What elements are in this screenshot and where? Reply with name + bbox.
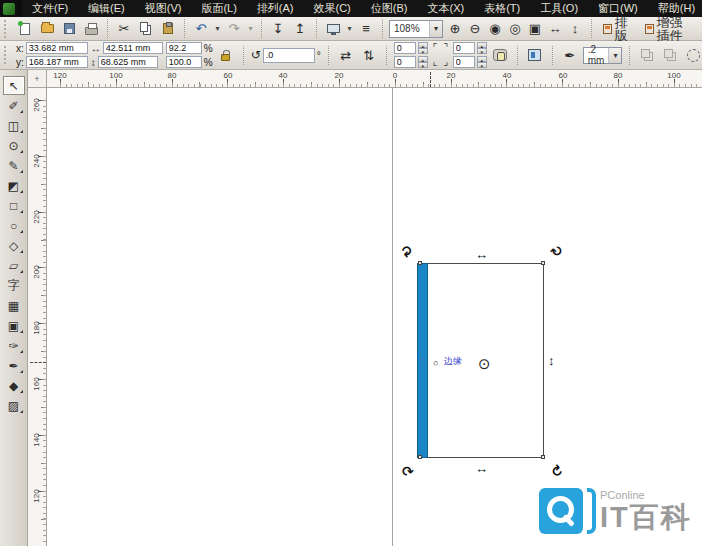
- menu-text[interactable]: 文本(X): [417, 0, 474, 19]
- round-corners-together-button[interactable]: [490, 45, 510, 65]
- zoom-width-button[interactable]: ↔: [545, 19, 565, 39]
- launcher-dropdown[interactable]: ▾: [345, 19, 354, 39]
- shape-tool[interactable]: ✐: [3, 96, 25, 115]
- chevron-down-icon[interactable]: ▾: [608, 48, 621, 63]
- mirror-vertical-button[interactable]: ⇅: [359, 45, 379, 65]
- skew-handle-top[interactable]: ↔: [475, 248, 488, 261]
- blend-tool[interactable]: ▣: [3, 316, 25, 335]
- spin-down-icon[interactable]: ▾: [418, 62, 428, 68]
- lock-ratio-button[interactable]: [216, 45, 236, 65]
- table-tool[interactable]: ▦: [3, 296, 25, 315]
- cut-button[interactable]: ✂: [114, 19, 134, 39]
- enhance-plugin-button[interactable]: 增强插件: [640, 19, 698, 39]
- freehand-tool[interactable]: ✎: [3, 156, 25, 175]
- zoom-page-button[interactable]: ▣: [525, 19, 545, 39]
- crop-tool[interactable]: ◫: [3, 116, 25, 135]
- corner-bl-input[interactable]: [394, 56, 416, 68]
- to-back-button[interactable]: [660, 45, 680, 65]
- polygon-tool[interactable]: ◇: [3, 236, 25, 255]
- corner-br-spinner[interactable]: ▴▾: [477, 56, 487, 68]
- spin-down-icon[interactable]: ▾: [418, 48, 428, 54]
- print-button[interactable]: [81, 19, 101, 39]
- layout-plugin-button[interactable]: 排版: [598, 19, 638, 39]
- spin-down-icon[interactable]: ▾: [477, 62, 487, 68]
- toolbar-grip[interactable]: [4, 46, 9, 64]
- y-position-input[interactable]: [26, 56, 88, 68]
- menu-effects[interactable]: 效果(C): [304, 0, 361, 19]
- outline-width-combo[interactable]: .2 mm ▾: [583, 47, 623, 64]
- outline-pen-button[interactable]: ✒: [560, 45, 580, 65]
- corner-node[interactable]: [541, 261, 545, 265]
- ellipse-tool[interactable]: ○: [3, 216, 25, 235]
- text-tool[interactable]: 字: [3, 276, 25, 295]
- options-button[interactable]: ≡: [356, 19, 376, 39]
- horizontal-ruler[interactable]: 12010080604020020406080100: [47, 70, 702, 88]
- save-button[interactable]: [59, 19, 79, 39]
- paste-button[interactable]: [158, 19, 178, 39]
- scale-h-input[interactable]: [166, 42, 202, 54]
- corner-bl-spinner[interactable]: ▴▾: [418, 56, 428, 68]
- rotation-pivot[interactable]: ⊙: [478, 356, 491, 371]
- menu-tools[interactable]: 工具(O): [530, 0, 588, 19]
- mirror-horizontal-button[interactable]: ⇄: [336, 45, 356, 65]
- rotate-handle-top-left[interactable]: ↻: [398, 242, 416, 260]
- menu-arrange[interactable]: 排列(A): [247, 0, 304, 19]
- menu-bitmaps[interactable]: 位图(B): [361, 0, 418, 19]
- x-position-input[interactable]: [26, 42, 88, 54]
- zoom-selected-button[interactable]: ◉: [485, 19, 505, 39]
- object-height-input[interactable]: [98, 56, 158, 68]
- interactive-fill-tool[interactable]: ▨: [3, 396, 25, 415]
- wrap-text-button[interactable]: [525, 45, 545, 65]
- copy-button[interactable]: [136, 19, 156, 39]
- vertical-ruler[interactable]: 260240220200180160140120: [28, 88, 47, 546]
- zoom-tool[interactable]: ⊙: [3, 136, 25, 155]
- undo-dropdown[interactable]: ▾: [213, 19, 222, 39]
- drawing-canvas[interactable]: ↻ ↻ ↻ ↻ ↔ ↔ ↕ ↕ ⊙ + ○ 边缘 PConline IT百科: [47, 88, 702, 546]
- undo-button[interactable]: ↶: [191, 19, 211, 39]
- zoom-height-button[interactable]: ↕: [565, 19, 585, 39]
- menu-edit[interactable]: 编辑(E): [78, 0, 135, 19]
- scale-v-input[interactable]: [166, 56, 202, 68]
- application-launcher-button[interactable]: [323, 19, 343, 39]
- redo-button[interactable]: ↷: [224, 19, 244, 39]
- open-button[interactable]: [37, 19, 57, 39]
- corner-br-input[interactable]: [453, 56, 475, 68]
- import-button[interactable]: ↧: [268, 19, 288, 39]
- corner-node[interactable]: [541, 455, 545, 459]
- new-button[interactable]: [15, 19, 35, 39]
- corner-tr-spinner[interactable]: ▴▾: [477, 42, 487, 54]
- skew-handle-right[interactable]: ↕: [548, 354, 555, 367]
- skew-handle-bottom[interactable]: ↔: [475, 462, 488, 475]
- basic-shapes-tool[interactable]: ▱: [3, 256, 25, 275]
- corner-node[interactable]: [418, 261, 422, 265]
- corner-tl-input[interactable]: [394, 42, 416, 54]
- menu-file[interactable]: 文件(F): [22, 0, 78, 19]
- eyedropper-tool[interactable]: ✑: [3, 336, 25, 355]
- zoom-in-button[interactable]: ⊕: [445, 19, 465, 39]
- pick-tool[interactable]: ↖: [3, 76, 25, 95]
- zoom-all-button[interactable]: ◎: [505, 19, 525, 39]
- rectangle-tool[interactable]: □: [3, 196, 25, 215]
- corner-tl-spinner[interactable]: ▴▾: [418, 42, 428, 54]
- zoom-out-button[interactable]: ⊖: [465, 19, 485, 39]
- object-width-input[interactable]: [103, 42, 163, 54]
- corner-tr-input[interactable]: [453, 42, 475, 54]
- corner-node[interactable]: [418, 455, 422, 459]
- fill-tool[interactable]: ◆: [3, 376, 25, 395]
- rotate-handle-top-right[interactable]: ↻: [548, 242, 566, 260]
- smart-fill-tool[interactable]: ◩: [3, 176, 25, 195]
- outline-pen-tool[interactable]: ✒: [3, 356, 25, 375]
- toolbar-grip[interactable]: [4, 20, 9, 38]
- menu-table[interactable]: 表格(T): [474, 0, 530, 19]
- redo-dropdown[interactable]: ▾: [246, 19, 255, 39]
- menu-view[interactable]: 视图(V): [135, 0, 192, 19]
- rotation-angle-input[interactable]: [263, 48, 315, 63]
- rotate-handle-bottom-left[interactable]: ↻: [398, 462, 416, 480]
- to-front-button[interactable]: [637, 45, 657, 65]
- spin-down-icon[interactable]: ▾: [477, 48, 487, 54]
- menu-layout[interactable]: 版面(L): [191, 0, 246, 19]
- zoom-level-combo[interactable]: 108% ▾: [389, 20, 443, 38]
- export-button[interactable]: ↥: [290, 19, 310, 39]
- ruler-origin[interactable]: +: [28, 70, 47, 88]
- chevron-down-icon[interactable]: ▾: [429, 21, 442, 37]
